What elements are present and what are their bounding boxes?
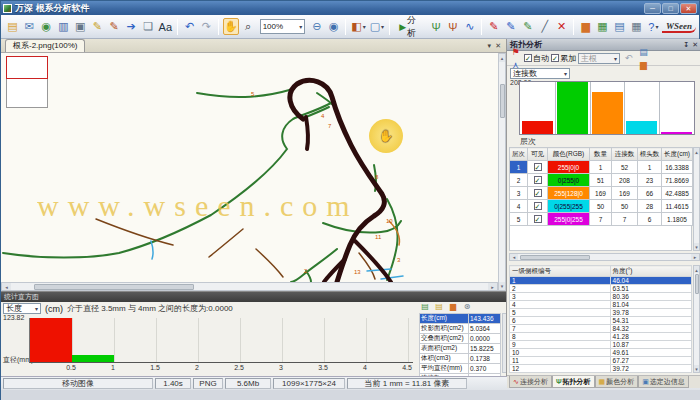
layer-level-cell[interactable]: 3 bbox=[510, 187, 528, 200]
save-data-icon[interactable]: ▤ bbox=[433, 300, 445, 312]
grid-icon[interactable]: ▦ bbox=[629, 18, 644, 35]
table-row[interactable]: 4✓0|255|25550502811.4615 bbox=[510, 200, 693, 213]
edit-pencil-icon[interactable]: ✎ bbox=[90, 18, 105, 35]
scroll-up-icon[interactable]: ▴ bbox=[499, 54, 505, 62]
line-tool-icon[interactable]: ╱ bbox=[537, 18, 552, 35]
layer-table-scrollbar[interactable]: ▴ ▾ bbox=[693, 147, 700, 251]
column-header[interactable]: 根头数 bbox=[638, 148, 662, 161]
export-icon[interactable]: ➔ bbox=[124, 18, 139, 35]
image-canvas[interactable]: www.wseen.com ✋ 547810112133 bbox=[1, 53, 498, 282]
table-row[interactable]: 2✓0|255|0512082371.8669 bbox=[510, 174, 693, 187]
scroll-down-icon[interactable]: ▾ bbox=[694, 243, 699, 250]
erase-icon[interactable]: ✕ bbox=[554, 18, 569, 35]
copy-icon[interactable]: ❏ bbox=[141, 18, 156, 35]
import-icon[interactable]: ✉ bbox=[22, 18, 37, 35]
layer-visible-cell[interactable]: ✓ bbox=[528, 161, 548, 174]
table-row[interactable]: 146.04 bbox=[510, 277, 692, 285]
tab-list-caret-icon[interactable]: ▾ bbox=[488, 42, 492, 50]
column-header[interactable]: 一级侧根编号 bbox=[510, 266, 611, 277]
settings-icon[interactable]: ⊛ bbox=[461, 300, 473, 312]
layer-level-cell[interactable]: 1 bbox=[510, 161, 528, 174]
canvas-horizontal-scrollbar[interactable]: ◂ ▸ bbox=[1, 282, 498, 291]
pin-icon[interactable]: ↧ bbox=[683, 41, 689, 49]
layer-color-cell[interactable]: 255|0|0 bbox=[548, 161, 590, 174]
layer-color-cell[interactable]: 255|0|255 bbox=[548, 213, 590, 226]
table-row[interactable]: 784.32 bbox=[510, 325, 692, 333]
pen-blue-icon[interactable]: ✎ bbox=[503, 18, 518, 35]
vscroll-thumb[interactable] bbox=[695, 274, 699, 294]
panel-close-icon[interactable]: ✕ bbox=[692, 41, 698, 49]
column-header[interactable]: 层次 bbox=[510, 148, 528, 161]
bar-chart-icon[interactable]: ▆ bbox=[578, 18, 593, 35]
layer-color-cell[interactable]: 0|255|255 bbox=[548, 200, 590, 213]
maximize-button[interactable]: □ bbox=[662, 3, 679, 14]
column-header[interactable]: 角度(°) bbox=[610, 266, 691, 277]
layer-color-cell[interactable]: 255|128|0 bbox=[548, 187, 590, 200]
redo-icon[interactable]: ↷ bbox=[199, 18, 214, 35]
summary-row[interactable]: 投影面积(cm2)5.0364 bbox=[420, 324, 501, 334]
save-icon[interactable]: ▥ bbox=[56, 18, 71, 35]
scroll-down-icon[interactable]: ▾ bbox=[499, 282, 505, 290]
canvas-vertical-scrollbar[interactable]: ▴ ▾ bbox=[498, 53, 506, 291]
column-header[interactable]: 连接数 bbox=[612, 148, 638, 161]
layer-visible-cell[interactable]: ✓ bbox=[528, 174, 548, 187]
table-row[interactable]: 5✓255|0|2557761.1805 bbox=[510, 213, 693, 226]
angle-table-scrollbar[interactable]: ▴ ▾ bbox=[693, 265, 700, 373]
marker-icon[interactable]: ✎ bbox=[107, 18, 122, 35]
table-row[interactable]: 263.51 bbox=[510, 285, 692, 293]
pen-red-icon[interactable]: ✎ bbox=[486, 18, 501, 35]
tab-连接分析[interactable]: ∿连接分析 bbox=[509, 376, 552, 388]
report-export-icon[interactable]: ▤ bbox=[637, 45, 650, 58]
tab-拓扑分析[interactable]: Ψ拓扑分析 bbox=[552, 376, 595, 388]
undo-icon[interactable]: ↶ bbox=[622, 52, 635, 65]
table-row[interactable]: 3✓255|128|01691696642.4885 bbox=[510, 187, 693, 200]
image-tab[interactable]: 根系-2.png(100%) bbox=[5, 39, 85, 52]
histogram-metric-dropdown[interactable]: 长度 ▾ bbox=[3, 303, 41, 314]
minimize-button[interactable]: ─ bbox=[644, 3, 661, 14]
scroll-up-icon[interactable]: ▴ bbox=[694, 266, 699, 273]
column-header[interactable]: 长度(cm) bbox=[662, 148, 693, 161]
table-row[interactable]: 654.31 bbox=[510, 317, 692, 325]
tab-close-icon[interactable]: ✕ bbox=[495, 42, 501, 50]
table-row[interactable]: 1✓255|0|0152116.3388 bbox=[510, 161, 693, 174]
table-row[interactable]: 910.87 bbox=[510, 341, 692, 349]
topology-metric-dropdown[interactable]: 连接数 ▾ bbox=[510, 68, 570, 79]
threshold-icon[interactable]: ◧▾ bbox=[350, 18, 366, 35]
close-button[interactable]: ✕ bbox=[680, 3, 697, 14]
hand-tool-icon[interactable]: ✋ bbox=[223, 18, 239, 35]
pick-region-icon[interactable]: ⚑ bbox=[509, 45, 522, 58]
layer-level-cell[interactable]: 2 bbox=[510, 174, 528, 187]
scroll-right-icon[interactable]: ▸ bbox=[488, 283, 497, 290]
layer-level-cell[interactable]: 5 bbox=[510, 213, 528, 226]
zoom-level-combo[interactable]: 100%▾ bbox=[260, 19, 306, 34]
main-root-dropdown[interactable]: 主根 ▾ bbox=[578, 53, 620, 64]
summary-row[interactable]: 长度(cm)143.436 bbox=[420, 314, 501, 324]
shape-icon[interactable]: ▢▾ bbox=[369, 18, 385, 35]
auto-checkbox[interactable]: ✓ 自动 bbox=[524, 53, 549, 64]
save-chart-icon[interactable]: ▤ bbox=[419, 300, 431, 312]
summary-row[interactable]: 体积(cm3)0.1738 bbox=[420, 354, 501, 364]
layer-visible-cell[interactable]: ✓ bbox=[528, 213, 548, 226]
column-header[interactable]: 可见 bbox=[528, 148, 548, 161]
column-header[interactable]: 颜色(RGB) bbox=[548, 148, 590, 161]
hscroll-thumb[interactable] bbox=[520, 255, 590, 260]
table-row[interactable]: 481.04 bbox=[510, 301, 692, 309]
data-table-icon[interactable]: ▦ bbox=[595, 18, 610, 35]
help-icon[interactable]: ?▾ bbox=[646, 18, 661, 35]
chart-export-icon[interactable]: ▆ bbox=[447, 300, 459, 312]
accumulate-checkbox[interactable]: ✓ 累加 bbox=[551, 53, 576, 64]
table-row[interactable]: 539.78 bbox=[510, 309, 692, 317]
table-row[interactable]: 1239.72 bbox=[510, 365, 692, 373]
chart-report-icon[interactable]: ▆ bbox=[637, 58, 650, 71]
summary-row[interactable]: 平均直径(mm)0.370 bbox=[420, 364, 501, 374]
layer-visible-cell[interactable]: ✓ bbox=[528, 187, 548, 200]
tab-颜色分析[interactable]: ▦颜色分析 bbox=[595, 376, 639, 388]
table-row[interactable]: 841.28 bbox=[510, 333, 692, 341]
scroll-right-icon[interactable]: ▸ bbox=[691, 254, 699, 260]
navigator-thumbnail[interactable] bbox=[6, 56, 48, 108]
table-row[interactable]: 1167.27 bbox=[510, 357, 692, 365]
zoom-out-icon[interactable]: ⊖ bbox=[309, 18, 324, 35]
text-tool-icon[interactable]: Aa bbox=[158, 18, 173, 35]
hscroll-thumb[interactable] bbox=[34, 284, 194, 290]
scroll-left-icon[interactable]: ◂ bbox=[2, 283, 11, 290]
